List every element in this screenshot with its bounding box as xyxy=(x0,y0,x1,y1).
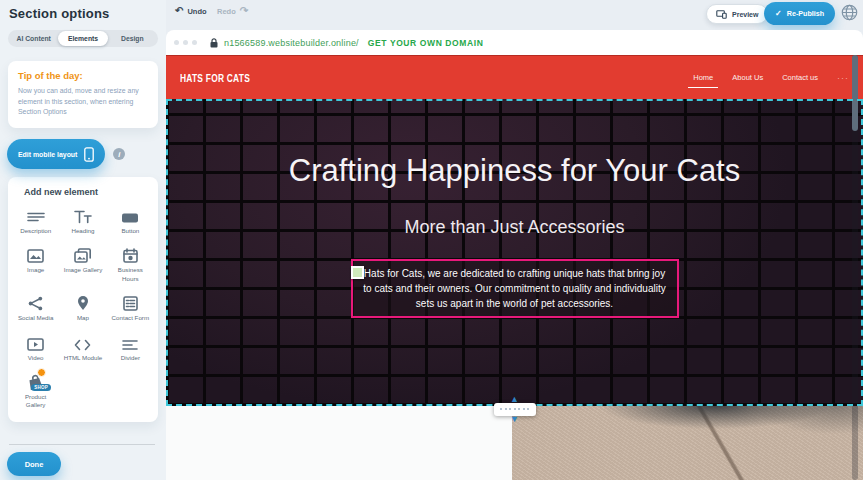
video-icon xyxy=(27,333,44,351)
lock-icon xyxy=(210,38,218,48)
add-element-title: Add new element xyxy=(24,187,154,197)
element-divider[interactable]: Divider xyxy=(107,333,154,362)
site-logo[interactable]: HATS FOR CATS xyxy=(180,72,250,84)
selected-text-element[interactable]: Hats for Cats, we are dedicated to craft… xyxy=(351,259,679,318)
business-hours-icon xyxy=(123,245,138,263)
republish-button[interactable]: ✓ Re-Publish xyxy=(764,2,835,25)
hero-section[interactable]: Crafting Happiness for Your Cats More th… xyxy=(166,99,863,406)
nav-more-icon[interactable]: ··· xyxy=(837,73,849,83)
element-business-hours[interactable]: Business Hours xyxy=(107,245,154,283)
site-preview: n1566589.websitebuilder.online/ GET YOUR… xyxy=(166,30,863,480)
phone-icon xyxy=(84,147,94,162)
image-gallery-icon xyxy=(74,245,91,263)
element-video[interactable]: Video xyxy=(12,333,59,362)
tab-elements[interactable]: Elements xyxy=(58,31,107,46)
nav-contact-us[interactable]: Contact us xyxy=(782,73,818,82)
element-image-gallery[interactable]: Image Gallery xyxy=(59,245,106,283)
tip-card: Tip of the day: Now you can add, move an… xyxy=(8,61,158,128)
tab-ai-content[interactable]: AI Content xyxy=(9,31,58,46)
tip-title: Tip of the day: xyxy=(18,70,148,81)
product-gallery-icon: SHOP xyxy=(28,372,43,390)
tip-body: Now you can add, move and resize any ele… xyxy=(18,86,148,118)
description-icon xyxy=(27,206,45,224)
element-drag-handle[interactable] xyxy=(351,266,364,279)
browser-bar: n1566589.websitebuilder.online/ GET YOUR… xyxy=(166,30,863,55)
undo-button[interactable]: ↶ Undo xyxy=(175,6,207,16)
social-media-icon xyxy=(28,293,43,311)
contact-form-icon xyxy=(123,293,138,311)
element-map[interactable]: Map xyxy=(59,293,106,322)
tab-design[interactable]: Design xyxy=(108,31,157,46)
globe-icon[interactable] xyxy=(841,4,858,25)
info-icon[interactable]: i xyxy=(113,148,125,160)
page-title: Section options xyxy=(9,6,166,21)
republish-label: Re-Publish xyxy=(787,9,825,18)
element-html-module[interactable]: HTML Module xyxy=(59,333,106,362)
sidebar: Section options AI Content Elements Desi… xyxy=(0,0,166,480)
edit-mobile-layout-button[interactable]: Edit mobile layout xyxy=(7,139,105,169)
arrow-down-icon: ▼ xyxy=(510,416,519,423)
element-product-gallery[interactable]: SHOP Product Gallery xyxy=(12,372,59,410)
preview-button[interactable]: Preview xyxy=(706,4,768,24)
button-icon xyxy=(121,206,139,224)
redo-icon: ↷ xyxy=(240,6,248,16)
sidebar-divider xyxy=(9,444,155,445)
section-resize-handle[interactable]: ▲ ▼ xyxy=(494,396,536,423)
get-domain-link[interactable]: GET YOUR OWN DOMAIN xyxy=(368,38,484,48)
html-module-icon xyxy=(74,333,91,351)
arrow-up-icon: ▲ xyxy=(510,396,519,403)
element-image[interactable]: Image xyxy=(12,245,59,283)
preview-label: Preview xyxy=(732,11,758,18)
hero-paragraph: Hats for Cats, we are dedicated to craft… xyxy=(362,266,668,311)
site-header: HATS FOR CATS Home About Us Contact us ·… xyxy=(166,55,863,99)
check-icon: ✓ xyxy=(775,9,782,18)
mobile-layout-row: Edit mobile layout i xyxy=(7,139,166,169)
preview-scrollbar-track[interactable] xyxy=(852,55,858,480)
add-element-panel: Add new element Description Heading Butt… xyxy=(8,177,158,422)
element-description[interactable]: Description xyxy=(12,206,59,235)
element-contact-form[interactable]: Contact Form xyxy=(107,293,154,322)
nav-home[interactable]: Home xyxy=(693,73,713,82)
element-grid: Description Heading Button Image xyxy=(12,206,154,410)
next-section-image xyxy=(512,406,863,480)
element-heading[interactable]: Heading xyxy=(59,206,106,235)
undo-icon: ↶ xyxy=(175,6,183,16)
element-social-media[interactable]: Social Media xyxy=(12,293,59,322)
preview-scrollbar[interactable] xyxy=(852,55,858,131)
site-nav: Home About Us Contact us ··· xyxy=(693,73,849,83)
app: ↶ Undo Redo ↷ Preview ✓ Re-Publish Secti… xyxy=(0,0,863,480)
undo-label: Undo xyxy=(187,7,206,16)
nav-about-us[interactable]: About Us xyxy=(732,73,763,82)
done-button[interactable]: Done xyxy=(7,452,61,476)
site-url[interactable]: n1566589.websitebuilder.online/ xyxy=(224,38,359,48)
image-icon xyxy=(27,245,44,263)
divider-icon xyxy=(122,333,138,351)
notification-badge xyxy=(37,368,46,377)
shop-badge: SHOP xyxy=(31,384,51,391)
redo-button[interactable]: Redo ↷ xyxy=(217,6,248,16)
map-icon xyxy=(77,293,89,311)
edit-mobile-label: Edit mobile layout xyxy=(18,151,77,158)
hero-heading[interactable]: Crafting Happiness for Your Cats xyxy=(275,99,755,192)
redo-label: Redo xyxy=(217,7,236,16)
element-button[interactable]: Button xyxy=(107,206,154,235)
window-dots-icon xyxy=(174,40,197,45)
panel-tabs: AI Content Elements Design xyxy=(8,30,158,47)
hero-subheading[interactable]: More than Just Accessories xyxy=(166,217,863,238)
heading-icon xyxy=(74,206,92,224)
next-section-blank xyxy=(166,406,512,480)
devices-icon xyxy=(716,10,727,19)
